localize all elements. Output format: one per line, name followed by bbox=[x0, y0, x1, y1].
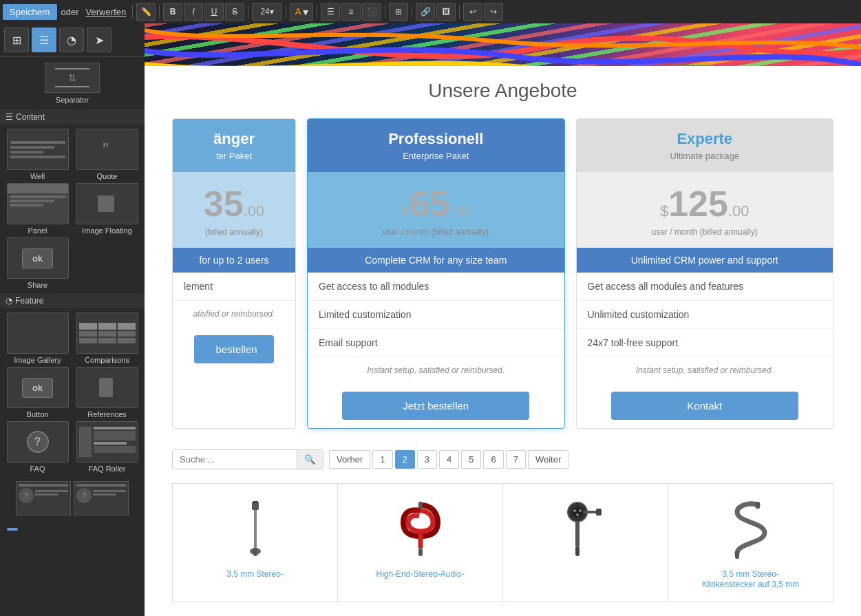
svg-rect-19 bbox=[756, 502, 760, 509]
separator-lines: ⇅ bbox=[55, 68, 89, 87]
page-btn-3[interactable]: 3 bbox=[417, 450, 437, 469]
text-color-button[interactable]: A▾ bbox=[290, 3, 313, 21]
sidebar-icon-send[interactable]: ➤ bbox=[87, 28, 111, 52]
pline-2 bbox=[10, 200, 55, 202]
product-card-1[interactable]: 3,5 mm Stereo- bbox=[173, 484, 337, 602]
verwerfen-text[interactable]: Verwerfen bbox=[83, 7, 129, 17]
comp-cell-9 bbox=[118, 338, 136, 343]
panel-header-bar bbox=[8, 184, 68, 193]
page-title: Unsere Angebote bbox=[172, 80, 833, 102]
content-label: Content bbox=[16, 112, 45, 122]
product-card-4[interactable]: 3,5 mm Stereo-Klinkenstecker auf 3,5 mm bbox=[668, 484, 833, 602]
anfanger-feature-1: lement bbox=[173, 273, 295, 300]
page-btn-2[interactable]: 2 bbox=[395, 450, 415, 469]
page-btn-4[interactable]: 4 bbox=[439, 450, 459, 469]
sidebar-item-share[interactable]: ok Share bbox=[4, 237, 71, 289]
list-ordered-button[interactable]: ≡ bbox=[341, 3, 361, 21]
share-preview: ok bbox=[7, 237, 69, 279]
sidebar-item-faq-roller[interactable]: FAQ Roller bbox=[74, 421, 140, 473]
anfanger-highlight: for up to 2 users bbox=[173, 248, 295, 273]
save-button[interactable]: Speichern bbox=[3, 4, 57, 20]
professionell-header: Professionell Enterprise Paket bbox=[308, 119, 564, 172]
anfanger-cta-button[interactable]: bestellen bbox=[194, 335, 275, 363]
comparisons-preview-inner bbox=[77, 321, 138, 346]
search-box: 🔍 bbox=[172, 449, 323, 469]
product-card-3[interactable] bbox=[503, 484, 668, 602]
sidebar-item-image-floating[interactable]: Image Floating bbox=[74, 183, 140, 235]
sidebar-item-empty bbox=[74, 237, 140, 289]
strikethrough-button[interactable]: S bbox=[225, 3, 244, 21]
page-btn-6[interactable]: 6 bbox=[483, 450, 503, 469]
search-button[interactable]: 🔍 bbox=[297, 450, 323, 469]
img-float-preview-inner bbox=[96, 193, 118, 214]
bold-button[interactable]: B bbox=[163, 3, 182, 21]
sidebar-extra-preview-2: ? bbox=[74, 481, 129, 516]
btn-preview-inner: ok bbox=[8, 368, 68, 407]
sidebar-icon-grid[interactable]: ⊞ bbox=[4, 28, 29, 52]
underline-button[interactable]: U bbox=[204, 3, 224, 21]
main-layout: ⊞ ☰ ◔ ➤ ⇅ Separator ☰ Content bbox=[0, 23, 861, 616]
svg-rect-7 bbox=[418, 548, 423, 556]
faq-roller-preview bbox=[76, 421, 138, 463]
align-button[interactable]: ⬛ bbox=[362, 3, 381, 21]
redo-button[interactable]: ↪ bbox=[484, 3, 503, 21]
page-btn-5[interactable]: 5 bbox=[461, 450, 481, 469]
list-unordered-button[interactable]: ☰ bbox=[321, 3, 340, 21]
panel-body bbox=[8, 193, 68, 224]
link-button[interactable]: 🔗 bbox=[416, 3, 435, 21]
sidebar-item-comparisons[interactable]: Comparisons bbox=[74, 312, 140, 364]
btn-ok-preview: ok bbox=[22, 378, 53, 398]
pline-1 bbox=[10, 195, 66, 198]
sidebar-icon-pie[interactable]: ◔ bbox=[59, 28, 84, 52]
feature-icon: ◔ bbox=[6, 296, 12, 306]
experte-period: user / month (billed annually) bbox=[588, 227, 822, 237]
content-area[interactable]: Unsere Angebote änger ter Paket 35 .00 (… bbox=[145, 23, 861, 616]
separator-preview: ⇅ bbox=[45, 63, 100, 93]
anfanger-features: lement bbox=[173, 273, 295, 300]
professionell-cents: .00 bbox=[449, 202, 471, 220]
product-card-2[interactable]: High-End-Stereo-Audio- bbox=[338, 484, 502, 602]
anfanger-period: (billed annually) bbox=[184, 227, 284, 237]
professionell-feature-2: Limited customization bbox=[308, 301, 564, 329]
sidebar-item-button[interactable]: ok Button bbox=[4, 367, 71, 418]
sidebar-item-image-gallery[interactable]: Image Gallery bbox=[4, 312, 71, 364]
pricing-card-experte: Experte Ultimate package $ 125 .00 user … bbox=[576, 118, 834, 429]
separator-label: Separator bbox=[56, 96, 89, 104]
image-floating-preview bbox=[76, 183, 138, 224]
comp-cell-8 bbox=[118, 331, 136, 337]
well-line-4 bbox=[10, 156, 65, 158]
pen-tool-button[interactable]: ✏️ bbox=[136, 3, 156, 21]
faq-preview: ? bbox=[7, 421, 69, 463]
next-button[interactable]: Weiter bbox=[528, 450, 568, 469]
image-button[interactable]: 🖼 bbox=[436, 3, 456, 21]
page-btn-7[interactable]: 7 bbox=[506, 450, 526, 469]
prev-button[interactable]: Vorher bbox=[329, 450, 370, 469]
experte-feature-2: Unlimited customization bbox=[577, 301, 833, 329]
sidebar-item-panel[interactable]: Panel bbox=[4, 183, 71, 235]
sidebar-item-references[interactable]: References bbox=[74, 367, 140, 418]
share-label: Share bbox=[28, 281, 47, 289]
svg-point-11 bbox=[573, 509, 576, 512]
anfanger-subtitle: ter Paket bbox=[184, 151, 284, 161]
sidebar-item-well[interactable]: Well bbox=[4, 129, 71, 180]
table-button[interactable]: ⊞ bbox=[389, 3, 408, 21]
undo-button[interactable]: ↩ bbox=[463, 3, 482, 21]
img-float-box bbox=[98, 195, 114, 212]
experte-cta-button[interactable]: Kontakt bbox=[611, 392, 798, 420]
page-btn-1[interactable]: 1 bbox=[372, 450, 392, 469]
product-image-4 bbox=[679, 495, 822, 564]
sidebar-item-quote[interactable]: " Quote bbox=[74, 129, 140, 180]
content-grid: Well " Quote bbox=[0, 125, 145, 293]
search-input[interactable] bbox=[173, 450, 297, 469]
professionell-cta-button[interactable]: Jetzt bestellen bbox=[342, 392, 529, 420]
sidebar-item-faq[interactable]: ? FAQ bbox=[4, 421, 71, 473]
anfanger-price-area: 35 .00 (billed annually) bbox=[173, 172, 295, 248]
toolbar-divider-8 bbox=[459, 5, 460, 19]
product-image-3 bbox=[514, 495, 657, 564]
sidebar-icon-list[interactable]: ☰ bbox=[32, 28, 56, 52]
italic-button[interactable]: I bbox=[184, 3, 203, 21]
separator-item[interactable]: ⇅ Separator bbox=[0, 57, 145, 109]
cable-svg-3 bbox=[558, 498, 613, 560]
feature-section-header: ◔ Feature bbox=[0, 293, 145, 308]
font-size-selector[interactable]: 24 ▾ bbox=[252, 3, 282, 21]
